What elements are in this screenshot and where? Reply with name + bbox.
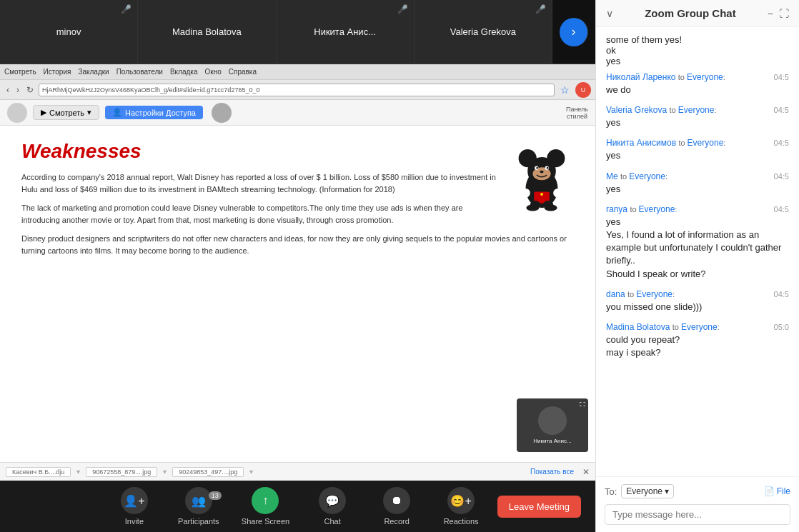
chat-message-header: Никита Анисимов to Everyone: 04:5: [606, 138, 789, 148]
panel-toggle[interactable]: Панель стилей: [566, 106, 588, 120]
chat-header-controls: − ⛶: [768, 8, 789, 19]
file-icon: 📄: [764, 486, 775, 496]
back-button[interactable]: ‹: [4, 85, 11, 95]
mute-icon: 🎤: [397, 4, 408, 14]
browser-window: Смотреть История Закладки Пользователи В…: [0, 64, 595, 481]
to-label: to: [673, 323, 681, 331]
screen-share-area: Смотреть История Закладки Пользователи В…: [0, 64, 595, 481]
svg-point-16: [526, 205, 539, 211]
file-item-2[interactable]: 90672558_879....jpg: [86, 467, 157, 477]
file-separator: ▾: [163, 468, 167, 476]
invite-label: Invite: [125, 517, 144, 526]
browser-menu-item[interactable]: Закладки: [78, 68, 109, 76]
everyone-label: Everyone: [688, 138, 724, 148]
share-screen-button[interactable]: ↑ Share Screen: [242, 487, 289, 526]
chat-message-group: Николай Ларенко to Everyone: 04:5 we do: [606, 72, 789, 96]
url-bar[interactable]: HjARhMjQeWkHzJ2OynsV468KyaOBClh_g/edit#s…: [39, 84, 555, 96]
slide-paragraph-3: Disney product designers and scriptwrite…: [21, 233, 574, 256]
minimize-icon[interactable]: −: [768, 8, 773, 19]
file-item-1[interactable]: Касевич В.Б....dju: [6, 467, 71, 477]
participants-strip: minov 🎤 Madina Bolatova Никита Анис... 🎤…: [0, 0, 595, 64]
chat-message-text: yes: [606, 56, 789, 66]
browser-menu-item[interactable]: Окно: [205, 68, 222, 76]
view-button[interactable]: ▶ Смотреть ▾: [33, 105, 99, 120]
browser-menu-item[interactable]: Смотреть: [4, 68, 36, 76]
to-label: to: [620, 172, 629, 181]
message-time: 05:0: [774, 323, 789, 331]
nikita-video-overlay: Никита Анис... ⛶: [517, 398, 588, 452]
chat-message-body: we do: [606, 84, 789, 96]
everyone-select-label: Everyone: [626, 486, 662, 496]
chat-message-header: dana to Everyone: 04:5: [606, 289, 789, 299]
share-screen-icon: ↑: [252, 487, 279, 514]
user-avatar: [7, 103, 27, 123]
colon: :: [723, 139, 725, 147]
show-all-link[interactable]: Показать все: [530, 468, 574, 476]
to-label: to: [627, 290, 636, 298]
chat-message-body: yes: [606, 183, 789, 196]
browser-nav-bar: ‹ › ↻ HjARhMjQeWkHzJ2OynsV468KyaOBClh_g/…: [0, 80, 595, 100]
svg-point-8: [547, 167, 549, 169]
record-icon: ⏺: [383, 487, 410, 514]
invite-button[interactable]: 👤+ Invite: [113, 487, 156, 526]
forward-button[interactable]: ›: [14, 85, 21, 95]
message-time: 04:5: [774, 172, 789, 181]
everyone-label: Everyone: [687, 72, 723, 82]
chat-footer: To: Everyone ▾ 📄 File: [596, 476, 799, 532]
participant-valeria: Valeria Grekova 🎤: [415, 0, 552, 64]
chat-title: Zoom Group Chat: [645, 7, 736, 19]
chat-message-group: Me to Everyone: 04:5 yes: [606, 171, 789, 196]
profile-avatar[interactable]: U: [575, 82, 591, 98]
chat-message-group: Valeria Grekova to Everyone: 04:5 yes: [606, 105, 789, 129]
chat-message-body: could you repeat?may i speak?: [606, 333, 789, 359]
participant-name: minov: [56, 26, 81, 37]
chat-message-body: yes: [606, 149, 789, 162]
file-separator: ▾: [249, 468, 253, 476]
view-label: Смотреть: [49, 109, 84, 117]
browser-menu-item[interactable]: Пользователи: [116, 68, 163, 76]
file-button[interactable]: 📄 File: [764, 486, 790, 496]
reactions-button[interactable]: 😊+ Reactions: [440, 487, 482, 526]
refresh-button[interactable]: ↻: [24, 85, 36, 95]
chat-icon: 💬: [319, 487, 346, 514]
mute-icon: 🎤: [121, 4, 131, 14]
participant-name: Madina Bolatova: [172, 26, 242, 37]
message-time: 04:5: [774, 290, 789, 298]
sender-name: Madina Bolatova: [606, 322, 670, 332]
file-label: File: [777, 486, 790, 496]
bookmark-icon[interactable]: ☆: [560, 84, 570, 96]
chat-header: ∨ Zoom Group Chat − ⛶: [596, 0, 799, 27]
close-download-bar[interactable]: ✕: [582, 467, 590, 477]
person-icon: 👤: [112, 108, 122, 117]
leave-meeting-button[interactable]: Leave Meeting: [497, 496, 581, 518]
chat-collapse-button[interactable]: ∨: [606, 8, 613, 19]
file-item-3[interactable]: 90249853_497....jpg: [172, 467, 244, 477]
svg-point-2: [519, 149, 537, 167]
participant-name: Valeria Grekova: [450, 26, 516, 37]
chat-message-group: Madina Bolatova to Everyone: 05:0 could …: [606, 322, 789, 359]
nikita-avatar: [538, 406, 567, 435]
participants-button[interactable]: 👥 Participants 13: [177, 487, 220, 526]
participant-arrow[interactable]: ›: [560, 18, 588, 46]
everyone-select[interactable]: Everyone ▾: [621, 484, 674, 498]
mickey-image: [510, 140, 574, 211]
url-text: HjARhMjQeWkHzJ2OynsV468KyaOBClh_g/edit#s…: [42, 86, 259, 94]
browser-menu-item[interactable]: История: [44, 68, 71, 76]
participants-count-badge: 13: [209, 491, 222, 500]
record-button[interactable]: ⏺ Record: [375, 487, 418, 526]
to-label: to: [678, 139, 687, 147]
record-label: Record: [384, 517, 409, 526]
chat-input[interactable]: [605, 504, 790, 525]
participant-madina: Madina Bolatova: [138, 0, 276, 64]
chat-to-row: To: Everyone ▾ 📄 File: [605, 484, 790, 498]
sender-name: Никита Анисимов: [606, 138, 676, 148]
browser-menu-item[interactable]: Справка: [229, 68, 257, 76]
maximize-icon[interactable]: ⛶: [779, 8, 789, 19]
nikita-controls: ⛶: [580, 401, 585, 408]
browser-menu-item[interactable]: Вкладка: [170, 68, 198, 76]
access-settings-button[interactable]: 👤 Настройки Доступа: [105, 106, 203, 119]
slide-paragraph-2: The lack of marketing and promotion coul…: [21, 202, 574, 226]
message-time: 04:5: [774, 205, 789, 214]
chat-button[interactable]: 💬 Chat: [311, 487, 354, 526]
browser-menu-bar: Смотреть История Закладки Пользователи В…: [0, 64, 595, 80]
